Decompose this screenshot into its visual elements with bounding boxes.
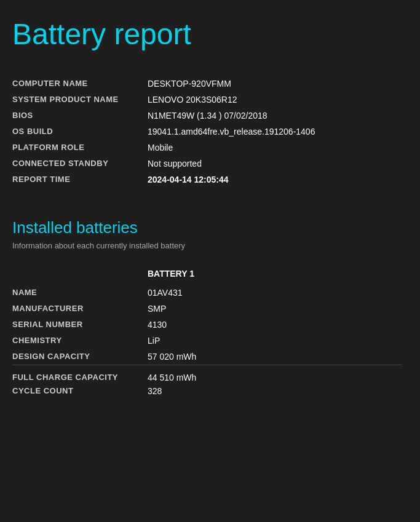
battery-info-row: CHEMISTRYLiP [12, 333, 402, 349]
battery-header-table: BATTERY 1 [12, 269, 402, 279]
battery-info-label: DESIGN CAPACITY [12, 349, 148, 365]
battery-info-row: SERIAL NUMBER4130 [12, 317, 402, 333]
battery-info-label: FULL CHARGE CAPACITY [12, 365, 148, 384]
battery-info-row: DESIGN CAPACITY57 020 mWh [12, 349, 402, 365]
system-info-label: CONNECTED STANDBY [12, 156, 148, 172]
battery-info-label: CHEMISTRY [12, 333, 148, 349]
system-info-value: 19041.1.amd64fre.vb_release.191206-1406 [148, 124, 402, 140]
system-info-label: SYSTEM PRODUCT NAME [12, 92, 148, 108]
system-info-row: SYSTEM PRODUCT NAMELENOVO 20K3S06R12 [12, 92, 402, 108]
installed-batteries-section: Installed batteries Information about ea… [12, 218, 402, 399]
battery-info-value: 4130 [148, 317, 402, 333]
battery-info-table: NAME01AV431MANUFACTURERSMPSERIAL NUMBER4… [12, 285, 402, 399]
battery-info-value: LiP [148, 333, 402, 349]
system-info-value: N1MET49W (1.34 ) 07/02/2018 [148, 108, 402, 124]
battery-info-value: 44 510 mWh [148, 365, 402, 384]
system-info-label: OS BUILD [12, 124, 148, 140]
battery-info-row: CYCLE COUNT328 [12, 384, 402, 399]
system-info-value: Mobile [148, 140, 402, 156]
system-info-value: Not supported [148, 156, 402, 172]
system-info-value: 2024-04-14 12:05:44 [148, 172, 402, 188]
system-info-label: PLATFORM ROLE [12, 140, 148, 156]
battery-info-row: NAME01AV431 [12, 285, 402, 301]
system-info-row: REPORT TIME2024-04-14 12:05:44 [12, 172, 402, 188]
system-info-table: COMPUTER NAMEDESKTOP-920VFMMSYSTEM PRODU… [12, 76, 402, 188]
system-info-value: DESKTOP-920VFMM [148, 76, 402, 92]
system-info-label: BIOS [12, 108, 148, 124]
system-info-row: COMPUTER NAMEDESKTOP-920VFMM [12, 76, 402, 92]
page-title: Battery report [12, 18, 402, 51]
battery-info-value: 01AV431 [148, 285, 402, 301]
battery-info-label: MANUFACTURER [12, 301, 148, 317]
installed-batteries-subtitle: Information about each currently install… [12, 241, 402, 250]
system-info-row: PLATFORM ROLEMobile [12, 140, 402, 156]
battery-info-value: 57 020 mWh [148, 349, 402, 365]
battery-info-label: SERIAL NUMBER [12, 317, 148, 333]
system-info-label: REPORT TIME [12, 172, 148, 188]
battery-info-label: NAME [12, 285, 148, 301]
battery-info-value: 328 [148, 384, 402, 399]
battery-info-row: FULL CHARGE CAPACITY44 510 mWh [12, 365, 402, 384]
system-info-label: COMPUTER NAME [12, 76, 148, 92]
battery-info-value: SMP [148, 301, 402, 317]
battery-info-label: CYCLE COUNT [12, 384, 148, 399]
battery-info-row: MANUFACTURERSMP [12, 301, 402, 317]
system-info-row: BIOSN1MET49W (1.34 ) 07/02/2018 [12, 108, 402, 124]
battery-1-header: BATTERY 1 [148, 269, 402, 279]
installed-batteries-title: Installed batteries [12, 218, 402, 237]
system-info-value: LENOVO 20K3S06R12 [148, 92, 402, 108]
system-info-row: CONNECTED STANDBYNot supported [12, 156, 402, 172]
system-info-row: OS BUILD19041.1.amd64fre.vb_release.1912… [12, 124, 402, 140]
